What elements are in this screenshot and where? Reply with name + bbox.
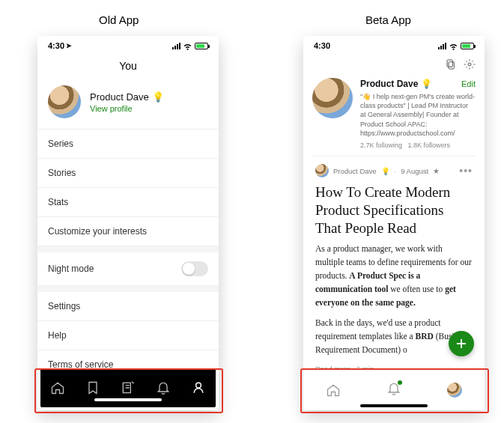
- notification-dot: [398, 380, 402, 385]
- tab-profile-avatar[interactable]: [447, 383, 462, 398]
- battery-icon: [461, 43, 474, 49]
- tab-home-icon[interactable]: [326, 383, 341, 398]
- home-indicator: [360, 404, 428, 407]
- article-para-1: As a product manager, we work with multi…: [315, 243, 473, 309]
- old-app-label: Old App: [99, 13, 139, 26]
- page-title: You: [37, 55, 219, 79]
- profile-username: Product Dave💡: [360, 78, 432, 90]
- post-more-button[interactable]: •••: [459, 165, 473, 177]
- following-count: 2.7K following: [360, 141, 402, 149]
- followers-count: 1.8K followers: [402, 141, 450, 149]
- status-bar: 4:30 ➤: [37, 36, 219, 55]
- row-stories[interactable]: Stories: [37, 159, 219, 188]
- post-byline: Product Dave 💡 · 9 August ★ •••: [315, 164, 473, 177]
- tab-compose-icon[interactable]: [121, 380, 136, 395]
- row-settings[interactable]: Settings: [37, 286, 219, 321]
- gear-icon[interactable]: [464, 58, 476, 70]
- location-arrow-icon: ➤: [66, 42, 72, 49]
- svg-rect-1: [449, 62, 454, 69]
- avatar: [48, 85, 81, 118]
- row-help[interactable]: Help: [37, 321, 219, 350]
- settings-list: Series Stories Stats Customize your inte…: [37, 129, 219, 409]
- wifi-icon: [449, 41, 458, 51]
- article-para-2: Back in the days, we'd use a product req…: [315, 317, 473, 356]
- tab-bell-wrapper[interactable]: [386, 381, 401, 399]
- star-icon: ★: [433, 167, 440, 175]
- profile-bio: "👋 I help next-gen PM's create world-cla…: [360, 92, 476, 138]
- row-night-mode: Night mode: [37, 246, 219, 286]
- plus-icon: [455, 337, 468, 350]
- compose-fab[interactable]: [449, 331, 474, 356]
- byline-author: Product Dave: [333, 167, 377, 175]
- follow-stats[interactable]: 2.7K following1.8K followers: [360, 141, 476, 150]
- home-indicator: [94, 398, 162, 401]
- status-time: 4:30: [48, 41, 64, 50]
- status-bar: 4:30: [303, 36, 485, 55]
- night-mode-label: Night mode: [48, 264, 94, 274]
- profile-card: Product Dave💡 Edit "👋 I help next-gen PM…: [312, 78, 476, 150]
- tab-bell-icon[interactable]: [156, 380, 171, 395]
- top-actions: [444, 58, 476, 70]
- wifi-icon: [183, 41, 192, 51]
- svg-point-2: [468, 63, 471, 66]
- view-profile-link[interactable]: View profile: [90, 104, 164, 113]
- tab-bar: [303, 368, 485, 410]
- row-customize[interactable]: Customize your interests: [37, 217, 219, 246]
- tab-home-icon[interactable]: [50, 380, 65, 395]
- avatar[interactable]: [312, 78, 353, 118]
- tab-bookmark-icon[interactable]: [85, 380, 100, 395]
- copy-icon[interactable]: [444, 58, 456, 70]
- tab-bar: [40, 368, 216, 407]
- status-time: 4:30: [314, 41, 330, 50]
- old-app-phone: 4:30 ➤ You Product Dave💡 View profile Se…: [37, 36, 219, 410]
- tab-profile-icon[interactable]: [191, 380, 206, 395]
- row-stats[interactable]: Stats: [37, 188, 219, 217]
- byline-avatar: [315, 164, 329, 177]
- row-series[interactable]: Series: [37, 130, 219, 159]
- article-title: How To Create Modern Product Specificati…: [315, 183, 473, 237]
- beta-app-label: Beta App: [365, 13, 411, 26]
- night-mode-toggle[interactable]: [181, 261, 208, 276]
- beta-app-phone: 4:30 Product Dave💡 Edit "👋 I help next-g…: [303, 36, 485, 410]
- profile-row[interactable]: Product Dave💡 View profile: [37, 79, 219, 129]
- profile-username: Product Dave💡: [90, 91, 164, 103]
- svg-rect-0: [447, 60, 452, 67]
- battery-icon: [195, 43, 208, 49]
- signal-icon: [438, 43, 446, 49]
- byline-date: 9 August: [401, 167, 428, 175]
- edit-profile-link[interactable]: Edit: [461, 79, 476, 90]
- signal-icon: [172, 43, 180, 49]
